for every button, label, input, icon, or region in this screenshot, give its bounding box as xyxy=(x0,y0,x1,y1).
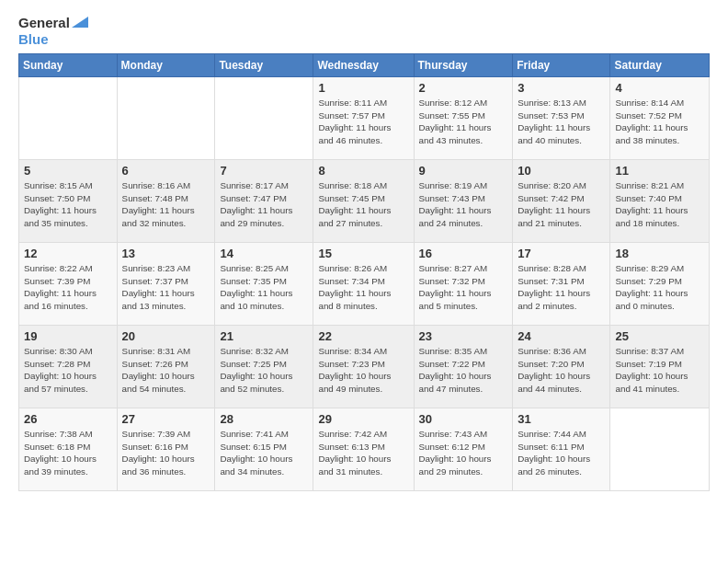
day-info: Sunrise: 8:23 AMSunset: 7:37 PMDaylight:… xyxy=(122,262,210,313)
calendar-cell: 11Sunrise: 8:21 AMSunset: 7:40 PMDayligh… xyxy=(610,160,710,243)
day-number: 2 xyxy=(419,81,508,95)
day-info: Sunrise: 8:14 AMSunset: 7:52 PMDaylight:… xyxy=(615,97,704,147)
day-info: Sunrise: 8:21 AMSunset: 7:40 PMDaylight:… xyxy=(615,179,704,230)
day-info: Sunrise: 8:12 AMSunset: 7:55 PMDaylight:… xyxy=(419,97,508,147)
day-info: Sunrise: 8:19 AMSunset: 7:43 PMDaylight:… xyxy=(419,179,508,230)
day-number: 7 xyxy=(220,164,308,178)
day-number: 19 xyxy=(24,329,112,343)
day-info: Sunrise: 8:22 AMSunset: 7:39 PMDaylight:… xyxy=(24,262,112,313)
day-number: 26 xyxy=(24,412,112,426)
day-info: Sunrise: 8:18 AMSunset: 7:45 PMDaylight:… xyxy=(318,179,408,230)
calendar-cell xyxy=(215,77,313,160)
day-number: 15 xyxy=(318,247,408,260)
calendar-cell: 16Sunrise: 8:27 AMSunset: 7:32 PMDayligh… xyxy=(414,243,513,326)
calendar-cell: 18Sunrise: 8:29 AMSunset: 7:29 PMDayligh… xyxy=(610,243,710,326)
calendar-cell: 24Sunrise: 8:36 AMSunset: 7:20 PMDayligh… xyxy=(513,326,610,408)
day-number: 5 xyxy=(24,164,112,178)
day-info: Sunrise: 7:38 AMSunset: 6:18 PMDaylight:… xyxy=(24,428,112,478)
day-number: 17 xyxy=(518,247,605,260)
logo-bird-icon xyxy=(72,17,88,28)
svg-marker-0 xyxy=(72,17,88,28)
day-info: Sunrise: 8:27 AMSunset: 7:32 PMDaylight:… xyxy=(419,262,508,313)
calendar-cell: 20Sunrise: 8:31 AMSunset: 7:26 PMDayligh… xyxy=(117,326,215,408)
day-info: Sunrise: 8:26 AMSunset: 7:34 PMDaylight:… xyxy=(318,262,408,313)
day-number: 10 xyxy=(518,164,605,178)
calendar-cell: 4Sunrise: 8:14 AMSunset: 7:52 PMDaylight… xyxy=(610,77,710,160)
day-number: 20 xyxy=(122,329,210,343)
logo-line1: General xyxy=(18,15,70,31)
calendar-cell: 17Sunrise: 8:28 AMSunset: 7:31 PMDayligh… xyxy=(513,243,610,326)
day-info: Sunrise: 7:42 AMSunset: 6:13 PMDaylight:… xyxy=(318,428,408,478)
day-number: 12 xyxy=(24,247,112,260)
day-info: Sunrise: 8:30 AMSunset: 7:28 PMDaylight:… xyxy=(24,345,112,396)
calendar-cell: 6Sunrise: 8:16 AMSunset: 7:48 PMDaylight… xyxy=(117,160,215,243)
day-info: Sunrise: 7:43 AMSunset: 6:12 PMDaylight:… xyxy=(419,428,508,478)
calendar-cell: 23Sunrise: 8:35 AMSunset: 7:22 PMDayligh… xyxy=(414,326,513,408)
calendar-cell: 2Sunrise: 8:12 AMSunset: 7:55 PMDaylight… xyxy=(414,77,513,160)
calendar-header: SundayMondayTuesdayWednesdayThursdayFrid… xyxy=(19,54,710,77)
weekday-header-friday: Friday xyxy=(513,54,610,77)
day-number: 4 xyxy=(615,81,704,95)
calendar-cell: 3Sunrise: 8:13 AMSunset: 7:53 PMDaylight… xyxy=(513,77,610,160)
day-info: Sunrise: 8:28 AMSunset: 7:31 PMDaylight:… xyxy=(518,262,605,313)
day-number: 8 xyxy=(318,164,408,178)
day-info: Sunrise: 8:11 AMSunset: 7:57 PMDaylight:… xyxy=(318,97,408,147)
day-number: 14 xyxy=(220,247,308,260)
day-info: Sunrise: 7:44 AMSunset: 6:11 PMDaylight:… xyxy=(518,428,605,478)
calendar-cell: 27Sunrise: 7:39 AMSunset: 6:16 PMDayligh… xyxy=(117,408,215,491)
calendar-cell: 25Sunrise: 8:37 AMSunset: 7:19 PMDayligh… xyxy=(610,326,710,408)
calendar-cell xyxy=(610,408,710,491)
calendar-week-row: 19Sunrise: 8:30 AMSunset: 7:28 PMDayligh… xyxy=(19,326,710,408)
weekday-header-row: SundayMondayTuesdayWednesdayThursdayFrid… xyxy=(19,54,710,77)
header: General Blue xyxy=(18,15,710,48)
day-number: 31 xyxy=(518,412,605,426)
day-info: Sunrise: 8:16 AMSunset: 7:48 PMDaylight:… xyxy=(122,179,210,230)
logo: General Blue xyxy=(18,15,88,48)
day-info: Sunrise: 8:25 AMSunset: 7:35 PMDaylight:… xyxy=(220,262,308,313)
calendar-cell: 12Sunrise: 8:22 AMSunset: 7:39 PMDayligh… xyxy=(19,243,118,326)
day-info: Sunrise: 7:41 AMSunset: 6:15 PMDaylight:… xyxy=(220,428,308,478)
calendar-body: 1Sunrise: 8:11 AMSunset: 7:57 PMDaylight… xyxy=(19,77,710,491)
weekday-header-wednesday: Wednesday xyxy=(313,54,414,77)
day-info: Sunrise: 8:36 AMSunset: 7:20 PMDaylight:… xyxy=(518,345,605,396)
calendar: SundayMondayTuesdayWednesdayThursdayFrid… xyxy=(18,53,710,491)
calendar-cell: 15Sunrise: 8:26 AMSunset: 7:34 PMDayligh… xyxy=(313,243,414,326)
day-info: Sunrise: 8:15 AMSunset: 7:50 PMDaylight:… xyxy=(24,179,112,230)
calendar-cell: 14Sunrise: 8:25 AMSunset: 7:35 PMDayligh… xyxy=(215,243,313,326)
day-number: 11 xyxy=(615,164,704,178)
day-number: 1 xyxy=(318,81,408,95)
calendar-week-row: 5Sunrise: 8:15 AMSunset: 7:50 PMDaylight… xyxy=(19,160,710,243)
calendar-cell: 9Sunrise: 8:19 AMSunset: 7:43 PMDaylight… xyxy=(414,160,513,243)
weekday-header-saturday: Saturday xyxy=(610,54,710,77)
day-info: Sunrise: 8:13 AMSunset: 7:53 PMDaylight:… xyxy=(518,97,605,147)
calendar-cell xyxy=(117,77,215,160)
day-number: 16 xyxy=(419,247,508,260)
day-number: 24 xyxy=(518,329,605,343)
calendar-cell: 26Sunrise: 7:38 AMSunset: 6:18 PMDayligh… xyxy=(19,408,118,491)
day-info: Sunrise: 8:17 AMSunset: 7:47 PMDaylight:… xyxy=(220,179,308,230)
day-info: Sunrise: 8:35 AMSunset: 7:22 PMDaylight:… xyxy=(419,345,508,396)
weekday-header-sunday: Sunday xyxy=(19,54,118,77)
day-info: Sunrise: 8:20 AMSunset: 7:42 PMDaylight:… xyxy=(518,179,605,230)
calendar-cell: 19Sunrise: 8:30 AMSunset: 7:28 PMDayligh… xyxy=(19,326,118,408)
calendar-cell: 5Sunrise: 8:15 AMSunset: 7:50 PMDaylight… xyxy=(19,160,118,243)
calendar-cell: 31Sunrise: 7:44 AMSunset: 6:11 PMDayligh… xyxy=(513,408,610,491)
day-number: 28 xyxy=(220,412,308,426)
day-info: Sunrise: 8:34 AMSunset: 7:23 PMDaylight:… xyxy=(318,345,408,396)
day-number: 23 xyxy=(419,329,508,343)
day-info: Sunrise: 8:37 AMSunset: 7:19 PMDaylight:… xyxy=(615,345,704,396)
logo-line2: Blue xyxy=(18,31,88,48)
calendar-cell: 22Sunrise: 8:34 AMSunset: 7:23 PMDayligh… xyxy=(313,326,414,408)
calendar-cell: 1Sunrise: 8:11 AMSunset: 7:57 PMDaylight… xyxy=(313,77,414,160)
calendar-cell: 28Sunrise: 7:41 AMSunset: 6:15 PMDayligh… xyxy=(215,408,313,491)
day-number: 6 xyxy=(122,164,210,178)
day-number: 29 xyxy=(318,412,408,426)
calendar-cell: 7Sunrise: 8:17 AMSunset: 7:47 PMDaylight… xyxy=(215,160,313,243)
calendar-cell: 30Sunrise: 7:43 AMSunset: 6:12 PMDayligh… xyxy=(414,408,513,491)
calendar-week-row: 1Sunrise: 8:11 AMSunset: 7:57 PMDaylight… xyxy=(19,77,710,160)
calendar-week-row: 26Sunrise: 7:38 AMSunset: 6:18 PMDayligh… xyxy=(19,408,710,491)
calendar-cell xyxy=(19,77,118,160)
calendar-cell: 29Sunrise: 7:42 AMSunset: 6:13 PMDayligh… xyxy=(313,408,414,491)
day-number: 27 xyxy=(122,412,210,426)
page: General Blue SundayMondayTuesdayWednesda… xyxy=(0,0,728,563)
